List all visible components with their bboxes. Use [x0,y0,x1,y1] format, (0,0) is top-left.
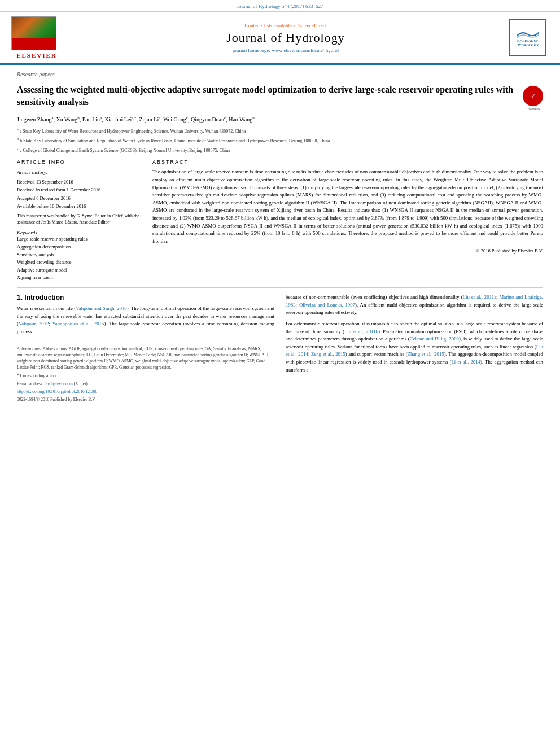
accepted-row: Accepted 6 December 2016 [17,195,141,203]
main-content: Research papers Assessing the weighted m… [0,65,560,410]
kw-1: Large-scale reservoir operating rules [17,235,141,243]
footnote-area: Abbreviations: Abbreviations: AGDP, aggr… [17,342,274,403]
ref-zhang-2015: Zhang et al., 2015 [408,351,444,357]
intro-col-left: 1. Introduction Water is essential in ou… [17,294,274,405]
ref-yannopoulos: Yannopoulos et al., 2015 [52,321,104,326]
section-label: Research papers [17,71,543,80]
intro-col-right: because of non-commensurable (even confl… [286,294,543,405]
keywords-list: Large-scale reservoir operating rules Ag… [17,235,141,282]
journal-homepage: journal homepage: www.elsevier.com/locat… [68,47,504,53]
hydrology-wave-icon [517,28,539,39]
crossmark-label: CrossMark [523,107,543,111]
article-info-heading: ARTICLE INFO [17,159,141,165]
kw-6: Xijiang river basin [17,274,141,282]
contents-text: Contents lists available at [245,23,297,28]
history-label: Article history: [17,168,141,176]
page: Journal of Hydrology 544 (2017) 613–627 … [0,0,560,410]
intro-para-right-2: For deterministic reservoir operation, i… [286,320,543,374]
abstract-paragraph: The optimization of large-scale reservoi… [152,168,543,245]
section-divider [17,287,543,288]
abstract-heading: ABSTRACT [152,159,543,165]
elsevier-text: ELSEVIER [16,52,57,59]
journal-logo-box: JOURNAL OFHYDROLOGY [509,19,546,56]
ref-oliveira: Oliveira and Loucks, 1997 [299,302,355,308]
journal-center: Contents lists available at ScienceDirec… [68,23,504,53]
intro-para-1: Water is essential in our life (Valipour… [17,305,274,336]
affiliation-c: c c College of Global Change and Earth S… [17,146,543,154]
affiliation-b: b b State Key Laboratory of Simulation a… [17,136,543,145]
ref-valipour-2012: Valipour, 2012 [19,321,49,326]
sciencedirect-link-text: ScienceDirect [298,23,326,28]
kw-5: Adaptive surrogate model [17,267,141,274]
paper-title: Assessing the weighted multi-objective a… [17,84,517,108]
citation-text: Journal of Hydrology 544 (2017) 613–627 [237,3,323,9]
authors-line: Jingwen Zhanga, Xu Wangb, Pan Liua, Xiao… [17,115,543,124]
affiliations: a a State Key Laboratory of Water Resour… [17,126,543,154]
abstract-text: The optimization of large-scale reservoi… [152,168,543,245]
footnote-abbreviations: Abbreviations: Abbreviations: AGDP, aggr… [17,346,274,371]
intro-text-right: because of non-commensurable (even confl… [286,294,543,374]
journal-header: ELSEVIER Contents lists available at Sci… [0,12,560,64]
journal-logo-right: JOURNAL OFHYDROLOGY [509,19,549,56]
received-row: Received 13 September 2016 [17,178,141,186]
footnote-issn: 0022-1694/© 2016 Published by Elsevier B… [17,396,274,403]
ref-liu-2011a: Liu et al., 2011a [463,294,496,300]
abstract-copyright: © 2016 Published by Elsevier B.V. [152,248,543,254]
received-revised-row: Received in revised form 1 December 2016 [17,186,141,194]
ref-li-2014: Li et al., 2014 [451,359,480,365]
affiliation-a: a a State Key Laboratory of Water Resour… [17,126,543,135]
footnote-corresponding: * Corresponding author. [17,373,274,379]
available-row: Available online 10 December 2016 [17,203,141,211]
crossmark-badge: ✓ CrossMark [523,86,543,111]
top-citation-bar: Journal of Hydrology 544 (2017) 613–627 [0,0,560,12]
sciencedirect-line: Contents lists available at ScienceDirec… [68,23,504,28]
keywords-block: Keywords: Large-scale reservoir operatin… [17,230,141,282]
logo-journal-text: JOURNAL OFHYDROLOGY [516,39,539,48]
footnote-email: E-mail address: leixh@iwhr.com (X. Lei). [17,381,274,387]
ref-valipour-singh: Valipour and Singh, 2016 [76,305,126,311]
elsevier-logo-area: ELSEVIER [11,16,62,59]
elsevier-image [11,16,56,50]
crossmark-icon: ✓ [527,90,539,102]
ref-celeste: Celeste and Billig, 2009 [410,336,459,342]
doi-link[interactable]: http://dx.doi.org/10.1016/j.jhydrol.2016… [17,389,97,394]
keywords-label: Keywords: [17,230,141,235]
homepage-text: journal homepage: www.elsevier.com/locat… [233,47,339,53]
svg-text:✓: ✓ [531,93,535,99]
handled-by-row: This manuscript was handled by G. Syme, … [17,213,141,225]
crossmark-circle: ✓ [523,86,543,106]
kw-4: Weighted crowding distance [17,259,141,267]
footnote-doi: http://dx.doi.org/10.1016/j.jhydrol.2016… [17,388,274,395]
article-info-abstract-section: ARTICLE INFO Article history: Received 1… [17,159,543,282]
intro-text-left: Water is essential in our life (Valipour… [17,305,274,336]
ref-liu-2011b: Liu et al., 2011b [344,329,378,334]
intro-para-right-1: because of non-commensurable (even confl… [286,294,543,317]
article-info-col: ARTICLE INFO Article history: Received 1… [17,159,141,282]
intro-heading: 1. Introduction [17,294,274,302]
paper-title-section: Assessing the weighted multi-objective a… [17,84,543,111]
email-link: leixh@iwhr.com [45,381,73,386]
kw-2: Aggregation-decomposition [17,243,141,251]
kw-3: Sensitivity analysis [17,251,141,259]
ref-zeng: Zeng et al., 2015 [311,351,345,357]
article-info-block: Article history: Received 13 September 2… [17,168,141,225]
journal-title: Journal of Hydrology [68,30,504,45]
abstract-col: ABSTRACT The optimization of large-scale… [152,159,543,282]
introduction-section: 1. Introduction Water is essential in ou… [17,294,543,405]
